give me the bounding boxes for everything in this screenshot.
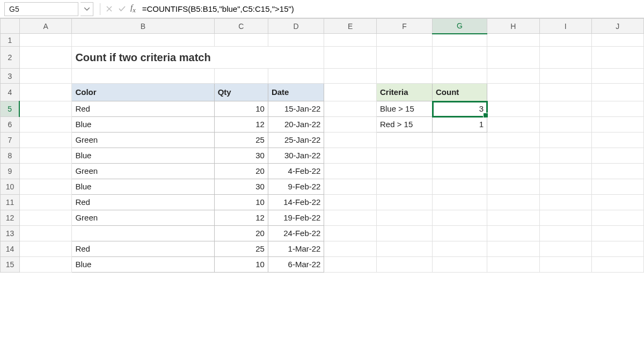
cell[interactable]: 30-Jan-22 [268, 148, 324, 164]
cell[interactable]: 24-Feb-22 [268, 226, 324, 241]
row-header-selected[interactable]: 5 [1, 101, 20, 117]
cell[interactable] [19, 179, 72, 195]
cell[interactable] [539, 84, 591, 101]
cell[interactable] [268, 34, 324, 47]
row-header[interactable]: 1 [1, 34, 20, 47]
cell[interactable]: Red [72, 241, 214, 257]
cell[interactable] [433, 226, 487, 241]
cell[interactable] [19, 164, 72, 179]
cell[interactable]: 10 [214, 257, 268, 273]
cell[interactable]: Green [72, 133, 214, 148]
row-header[interactable]: 15 [1, 257, 20, 273]
cell[interactable] [487, 69, 540, 84]
cell[interactable] [487, 195, 540, 210]
cell[interactable] [591, 195, 643, 210]
cell[interactable] [433, 195, 487, 210]
formula-input[interactable] [138, 2, 644, 16]
cell[interactable]: Red > 15 [376, 117, 432, 133]
cell[interactable] [324, 148, 377, 164]
cell[interactable]: 10 [214, 195, 268, 210]
row-header[interactable]: 6 [1, 117, 20, 133]
cell[interactable] [19, 117, 72, 133]
cell[interactable]: 30 [214, 148, 268, 164]
row-header[interactable]: 8 [1, 148, 20, 164]
cell[interactable] [539, 117, 591, 133]
cell[interactable] [19, 133, 72, 148]
cell[interactable]: Blue [72, 148, 214, 164]
cell[interactable] [19, 241, 72, 257]
row-header[interactable]: 14 [1, 241, 20, 257]
cell[interactable] [72, 226, 214, 241]
row-header[interactable]: 13 [1, 226, 20, 241]
cell[interactable] [324, 34, 377, 47]
row-header[interactable]: 3 [1, 69, 20, 84]
cell[interactable]: 30 [214, 179, 268, 195]
cell[interactable] [539, 34, 591, 47]
col-header[interactable]: H [487, 19, 540, 34]
cell[interactable] [487, 179, 540, 195]
cell[interactable] [487, 117, 540, 133]
row-header[interactable]: 12 [1, 210, 20, 226]
cell[interactable] [324, 69, 377, 84]
cell[interactable] [376, 164, 432, 179]
cell[interactable] [19, 69, 72, 84]
cell[interactable] [433, 257, 487, 273]
cell[interactable] [487, 84, 540, 101]
col-header[interactable]: E [324, 19, 377, 34]
cell[interactable] [324, 164, 377, 179]
cell[interactable]: 10 [214, 101, 268, 117]
cell[interactable] [539, 226, 591, 241]
cell[interactable] [268, 69, 324, 84]
cell[interactable]: Green [72, 164, 214, 179]
cell[interactable] [591, 84, 643, 101]
cell[interactable] [324, 117, 377, 133]
col-header-selected[interactable]: G [433, 19, 487, 34]
insert-function-button[interactable]: fx [130, 3, 136, 14]
cell[interactable] [19, 34, 72, 47]
cell[interactable] [376, 148, 432, 164]
row-header[interactable]: 11 [1, 195, 20, 210]
cell[interactable] [376, 241, 432, 257]
row-header[interactable]: 4 [1, 84, 20, 101]
cell[interactable]: Red [72, 101, 214, 117]
cell[interactable] [539, 69, 591, 84]
cell[interactable] [539, 257, 591, 273]
cell[interactable] [539, 195, 591, 210]
cell[interactable] [324, 195, 377, 210]
cell[interactable] [591, 179, 643, 195]
cell[interactable]: 12 [214, 117, 268, 133]
cell[interactable] [433, 47, 487, 69]
cell[interactable] [376, 133, 432, 148]
cell[interactable] [214, 69, 268, 84]
cell[interactable] [324, 179, 377, 195]
cell[interactable] [487, 133, 540, 148]
cell[interactable] [433, 210, 487, 226]
cell-header[interactable]: Date [268, 84, 324, 101]
cell[interactable] [376, 257, 432, 273]
cell[interactable] [539, 210, 591, 226]
cell[interactable] [19, 148, 72, 164]
cell[interactable] [433, 133, 487, 148]
cell[interactable]: Blue [72, 257, 214, 273]
cell[interactable] [324, 84, 377, 101]
cell[interactable] [591, 69, 643, 84]
col-header[interactable]: I [539, 19, 591, 34]
cell[interactable] [19, 47, 72, 69]
cell[interactable] [376, 69, 432, 84]
spreadsheet-grid[interactable]: A B C D E F G H I J 1 2 Count if two cri… [0, 18, 644, 338]
cell[interactable] [324, 101, 377, 117]
cell-header[interactable]: Count [433, 84, 487, 101]
select-all-corner[interactable] [1, 19, 20, 34]
cell[interactable]: 20-Jan-22 [268, 117, 324, 133]
cell[interactable] [539, 164, 591, 179]
cell[interactable] [268, 47, 324, 69]
cell[interactable] [487, 34, 540, 47]
cell[interactable] [591, 47, 643, 69]
cell-title[interactable]: Count if two criteria match [72, 47, 214, 69]
cell[interactable] [487, 47, 540, 69]
cell[interactable] [591, 133, 643, 148]
cell-header[interactable]: Color [72, 84, 214, 101]
cell[interactable] [539, 133, 591, 148]
cell[interactable] [433, 148, 487, 164]
cell-header[interactable]: Qty [214, 84, 268, 101]
